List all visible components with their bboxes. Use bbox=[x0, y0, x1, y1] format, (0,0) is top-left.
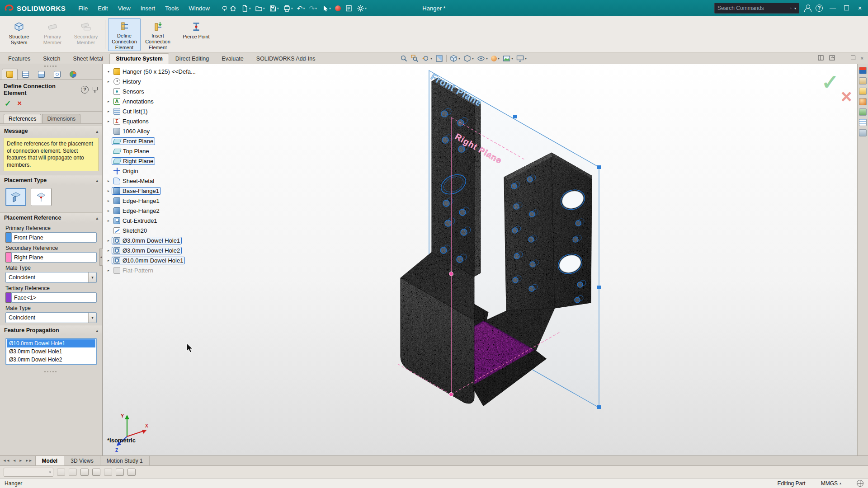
cancel-button[interactable]: × bbox=[17, 99, 22, 108]
redo-button[interactable]: ↷▾ bbox=[307, 4, 318, 13]
save-button[interactable]: ▾ bbox=[268, 3, 280, 14]
pane-split-icon[interactable] bbox=[818, 55, 824, 61]
feature-propagation-section-header[interactable]: Feature Propagation bbox=[0, 325, 102, 335]
home-button[interactable] bbox=[228, 3, 238, 14]
tree-root[interactable]: Hanger (50 x 125) <<Defa... bbox=[105, 66, 241, 76]
mate-type-dropdown[interactable]: Coincident bbox=[5, 272, 97, 283]
tab-structure-system[interactable]: Structure System bbox=[109, 53, 169, 64]
zoom-area-icon[interactable] bbox=[411, 55, 419, 62]
apply-scene-icon[interactable] bbox=[503, 55, 513, 62]
doc-restore-icon[interactable] bbox=[851, 56, 855, 61]
primary-reference-input[interactable] bbox=[11, 232, 97, 243]
menu-view[interactable]: View bbox=[113, 3, 135, 14]
menu-file[interactable]: File bbox=[74, 3, 92, 14]
message-section-header[interactable]: Message bbox=[0, 126, 102, 136]
dropdown-caret-icon[interactable] bbox=[88, 272, 96, 282]
tree-item-sensors[interactable]: Sensors bbox=[105, 86, 241, 96]
view-orientation-icon[interactable] bbox=[450, 55, 460, 62]
tree-item-right-plane[interactable]: Right Plane bbox=[105, 156, 241, 166]
tab-3d-views[interactable]: 3D Views bbox=[64, 456, 100, 465]
chart-icon[interactable] bbox=[127, 469, 136, 476]
menu-window[interactable]: Window bbox=[184, 3, 214, 14]
maximize-button[interactable] bbox=[843, 5, 850, 12]
forum-icon[interactable] bbox=[859, 129, 867, 136]
panel-grip-bottom[interactable] bbox=[0, 370, 102, 373]
tree-item-base-flange[interactable]: Base-Flange1 bbox=[105, 186, 241, 196]
pm-tab-dimxpert-manager[interactable] bbox=[33, 69, 49, 80]
hide-show-items-icon[interactable] bbox=[477, 55, 488, 62]
tree-item-top-plane[interactable]: Top Plane bbox=[105, 146, 241, 156]
file-explorer-icon[interactable] bbox=[859, 88, 867, 95]
play-from-start-icon[interactable] bbox=[69, 469, 77, 476]
tab-direct-editing[interactable]: Direct Editing bbox=[169, 53, 215, 64]
tree-item-dowel-hole-3mm-1[interactable]: Ø3.0mm Dowel Hole1 bbox=[105, 235, 241, 245]
tab-scroll-last-icon[interactable]: ►► bbox=[24, 459, 33, 463]
tab-sketch[interactable]: Sketch bbox=[37, 53, 66, 64]
new-document-button[interactable]: ▾ bbox=[240, 3, 252, 14]
pm-pin-icon[interactable] bbox=[91, 86, 99, 93]
tab-addins[interactable]: SOLIDWORKS Add-Ins bbox=[250, 53, 322, 64]
tertiary-reference-input[interactable] bbox=[11, 292, 97, 303]
tree-item-sheet-metal[interactable]: Sheet-Metal bbox=[105, 176, 241, 186]
confirm-ok-icon[interactable]: ✓ bbox=[821, 70, 839, 94]
scenes-icon[interactable] bbox=[859, 108, 867, 116]
tree-item-annotations[interactable]: Annotations bbox=[105, 96, 241, 106]
list-item[interactable]: Ø3.0mm Dowel Hole1 bbox=[7, 347, 95, 356]
tab-scroll-prev-icon[interactable]: ◄ bbox=[12, 459, 17, 463]
help-icon[interactable]: ? bbox=[816, 5, 823, 12]
design-library-icon[interactable] bbox=[859, 77, 867, 84]
results-list-icon[interactable] bbox=[116, 469, 124, 476]
confirm-cancel-icon[interactable]: × bbox=[841, 86, 852, 107]
print-button[interactable]: ▾ bbox=[282, 3, 294, 14]
rebuild-button[interactable] bbox=[334, 4, 342, 13]
tab-motion-study[interactable]: Motion Study 1 bbox=[100, 456, 150, 465]
tree-item-cut-list[interactable]: Cut list(1) bbox=[105, 106, 241, 116]
secondary-reference-input[interactable] bbox=[11, 252, 97, 263]
select-button[interactable]: ▾ bbox=[320, 3, 332, 14]
secondary-member-button[interactable]: Secondary Member bbox=[70, 18, 102, 51]
primary-member-button[interactable]: Primary Member bbox=[36, 18, 69, 51]
tree-item-dowel-hole-3mm-2[interactable]: Ø3.0mm Dowel Hole2 bbox=[105, 245, 241, 255]
menu-pin-icon[interactable] bbox=[222, 5, 228, 11]
pm-tab-display-manager[interactable] bbox=[49, 69, 65, 80]
tab-model[interactable]: Model bbox=[36, 456, 65, 465]
tree-item-history[interactable]: History bbox=[105, 76, 241, 86]
display-style-icon[interactable] bbox=[463, 55, 474, 62]
animation-wizard-icon[interactable] bbox=[80, 469, 89, 476]
define-connection-element-button[interactable]: Define Connection Element bbox=[108, 18, 141, 51]
zoom-fit-icon[interactable] bbox=[400, 55, 408, 62]
tab-evaluate[interactable]: Evaluate bbox=[215, 53, 250, 64]
search-scope-caret[interactable]: ▾ bbox=[794, 6, 796, 10]
tree-item-edge-flange2[interactable]: Edge-Flange2 bbox=[105, 206, 241, 216]
tree-item-sketch20[interactable]: Sketch20 bbox=[105, 225, 241, 235]
panel-grip[interactable] bbox=[0, 64, 102, 68]
pane-arrow-icon[interactable] bbox=[829, 55, 835, 61]
close-button[interactable]: × bbox=[856, 5, 863, 12]
placement-type-point-button[interactable] bbox=[31, 188, 52, 206]
ok-button[interactable]: ✓ bbox=[5, 99, 11, 108]
calculate-icon[interactable] bbox=[57, 469, 65, 476]
list-item[interactable]: Ø3.0mm Dowel Hole2 bbox=[7, 356, 95, 364]
tree-item-flat-pattern[interactable]: Flat-Pattern bbox=[105, 265, 241, 275]
menu-insert[interactable]: Insert bbox=[136, 3, 160, 14]
dropdown-caret-icon[interactable] bbox=[88, 313, 96, 323]
menu-tools[interactable]: Tools bbox=[160, 3, 183, 14]
tree-item-origin[interactable]: Origin bbox=[105, 166, 241, 176]
doc-close-icon[interactable]: × bbox=[861, 56, 863, 61]
previous-view-icon[interactable] bbox=[422, 55, 432, 62]
tree-item-dowel-hole-10mm-1[interactable]: Ø10.0mm Dowel Hole1 bbox=[105, 255, 241, 265]
insert-connection-element-button[interactable]: Insert Connection Element bbox=[142, 18, 174, 51]
unit-system-selector[interactable]: MMGS bbox=[821, 480, 841, 487]
pm-help-icon[interactable]: ? bbox=[81, 86, 89, 94]
resources-icon[interactable] bbox=[859, 67, 867, 74]
key-properties-icon[interactable] bbox=[92, 469, 100, 476]
undo-button[interactable]: ↶▾ bbox=[296, 4, 307, 13]
appearances-icon[interactable] bbox=[859, 98, 867, 105]
view-settings-icon[interactable] bbox=[516, 55, 527, 62]
tree-item-front-plane[interactable]: Front Plane bbox=[105, 136, 241, 146]
open-document-button[interactable]: ▾ bbox=[254, 3, 266, 14]
file-properties-button[interactable] bbox=[344, 3, 354, 14]
structure-system-button[interactable]: Structure System bbox=[3, 18, 35, 51]
pm-tab-ce-manager[interactable] bbox=[65, 69, 81, 80]
section-view-icon[interactable] bbox=[435, 55, 443, 62]
